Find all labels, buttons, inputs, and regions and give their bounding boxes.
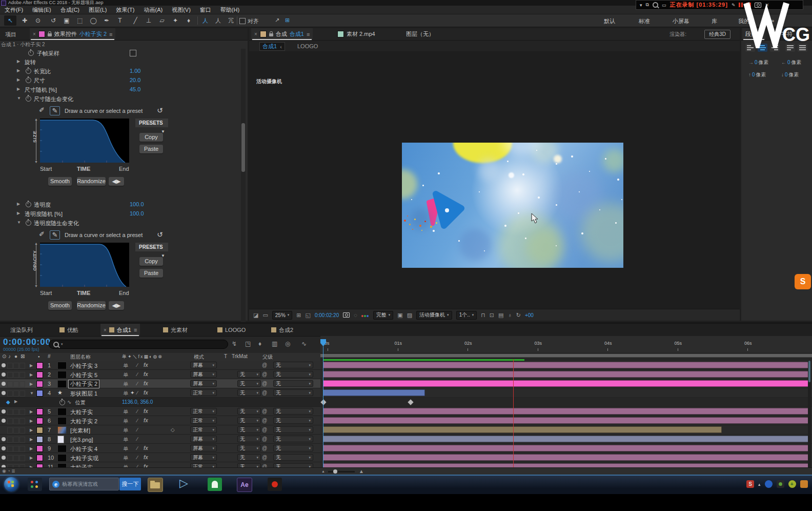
parent-select[interactable]: 无▾ — [273, 417, 313, 424]
panel-menu-icon[interactable]: ≡ — [307, 31, 310, 37]
layer-av-cell[interactable] — [7, 372, 13, 378]
tab-character[interactable]: 字符 — [778, 28, 796, 40]
layer-name[interactable]: [光素材] — [70, 427, 90, 435]
monitor-icon[interactable]: ▭ — [262, 312, 268, 319]
layer-quality-icon[interactable]: 单 — [123, 436, 128, 443]
mask-visibility-icon[interactable]: ◱ — [306, 312, 311, 319]
tray-orange-icon[interactable] — [800, 480, 808, 488]
parent-select[interactable]: 无▾ — [273, 445, 313, 451]
eraser-tool[interactable]: ▱ — [156, 15, 168, 26]
type-tool[interactable]: T — [114, 15, 126, 26]
parent-select[interactable]: 无▾ — [273, 454, 313, 461]
keyframe-diamond[interactable] — [320, 399, 326, 405]
align-right-button[interactable] — [770, 44, 780, 52]
time-ruler[interactable]: 0s01s02s03s04s05s06s07 — [320, 336, 812, 353]
layer-av-cell[interactable] — [13, 390, 19, 397]
indent-value[interactable]: 0 — [755, 60, 758, 65]
panel-menu-icon[interactable]: ≡ — [759, 31, 762, 37]
expand-arrow-icon[interactable]: ▶ — [17, 202, 20, 206]
parent-select[interactable]: 无▾ — [273, 371, 313, 378]
timeline-tab-2[interactable]: 优酷 — [56, 324, 82, 336]
local-axis-mode-icon[interactable]: 人 — [202, 17, 208, 25]
workspace-4[interactable]: 库 — [712, 17, 717, 25]
layer-expand-arrow[interactable]: ▼ — [30, 391, 34, 396]
timeline-tab-6[interactable]: 合成2 — [268, 324, 296, 336]
panel-menu-icon[interactable]: ≡ — [134, 327, 137, 333]
presets-dropdown[interactable]: PRESETS▼ — [135, 243, 168, 251]
blend-mode-select[interactable]: 正常▾ — [190, 417, 217, 424]
brush-tool[interactable]: ╱ — [129, 15, 141, 26]
indent-field[interactable]: ↓0像素 — [781, 71, 799, 78]
layer-row[interactable]: ▶2小粒子实 5单∕fx屏幕▾无▾@无▾ — [0, 370, 320, 379]
parent-select[interactable]: 无▾ — [273, 436, 313, 442]
layer-av-cell[interactable] — [13, 363, 19, 369]
menu-item[interactable]: 帮助(H) — [216, 6, 244, 14]
layer-quality-slash-icon[interactable]: ∕ — [137, 408, 138, 414]
layer-quality-slash-icon[interactable]: ∕ — [137, 371, 138, 377]
draw-brush-icon[interactable]: ✐ — [39, 230, 45, 238]
layer-quality-slash-icon[interactable]: ∕ — [137, 464, 138, 467]
layer-row[interactable]: ▶8[光3.png]单∕屏幕▾无▾@无▾ — [0, 435, 320, 444]
layer-duration-bar[interactable] — [323, 445, 809, 451]
layer-quality-slash-icon[interactable]: ∕ — [137, 381, 138, 386]
layer-expand-arrow[interactable]: ▶ — [30, 428, 33, 433]
layer-av-cell[interactable] — [7, 409, 13, 415]
layer-fx-icon[interactable]: fx — [144, 455, 148, 460]
close-tab-icon[interactable]: × — [254, 31, 257, 37]
timeline-search-input[interactable]: ▾ — [49, 340, 228, 349]
keyframe-nav-diamond[interactable]: ◆ — [6, 399, 10, 405]
layer-expand-arrow[interactable]: ▶ — [30, 437, 33, 442]
layer-label-swatch[interactable] — [36, 455, 43, 461]
layer-name[interactable]: 小粒子实 4 — [70, 445, 97, 453]
presets-dropdown[interactable]: PRESETS▼ — [135, 119, 168, 127]
trkmat-select[interactable]: 无▾ — [237, 454, 261, 461]
blend-mode-select[interactable]: 正常▾ — [190, 426, 217, 433]
justify-last-left-button[interactable] — [785, 44, 795, 52]
layer-visibility-toggle[interactable] — [2, 391, 6, 395]
layer-quality-icon[interactable]: 单 — [123, 418, 128, 425]
flowchart-icon[interactable]: ♁ — [508, 312, 512, 318]
rotation-tool[interactable]: ↺ — [47, 15, 59, 26]
layer-duration-bar[interactable] — [323, 408, 809, 415]
layer-fx-icon[interactable]: fx — [144, 408, 148, 414]
composition-preview-image[interactable] — [402, 143, 623, 268]
layer-av-cell[interactable] — [7, 363, 13, 369]
taskbar-search-box[interactable]: e 杨幂再演清宫戏 — [49, 478, 119, 490]
indent-field[interactable]: ←0像素 — [781, 59, 802, 66]
layer-label-swatch[interactable] — [36, 362, 43, 369]
menu-item[interactable]: 窗口 — [195, 6, 216, 14]
layer-av-cell[interactable] — [19, 409, 25, 415]
transparency-grid-icon[interactable]: ▨ — [407, 312, 412, 319]
frame-blend-icon[interactable]: ▥ — [272, 340, 277, 347]
menu-item[interactable]: 视图(V) — [167, 6, 195, 14]
indent-value[interactable]: 0 — [787, 60, 790, 65]
timeline-tab-3[interactable]: ×合成1≡ — [100, 324, 140, 336]
world-axis-mode-icon[interactable]: 人 — [215, 17, 221, 25]
expand-arrow-icon[interactable]: ▶ — [17, 59, 20, 64]
indent-value[interactable]: 0 — [752, 72, 755, 77]
layer-row[interactable]: ▶5大粒子实单∕fx正常▾无▾@无▾ — [0, 407, 320, 416]
property-value[interactable]: 45.0 — [130, 86, 140, 92]
layer-av-cell[interactable] — [13, 409, 19, 415]
work-area-bar[interactable] — [320, 353, 812, 358]
collapse-transforms-icon[interactable]: ✦ — [130, 390, 134, 396]
scrollbar-track[interactable] — [241, 49, 246, 339]
layer-name[interactable]: 大粒子实 2 — [70, 418, 97, 425]
draw-brush-icon[interactable]: ✐ — [39, 106, 45, 114]
taskbar-search-button[interactable]: 搜一下 — [119, 478, 141, 490]
recorder-region-icon[interactable]: ▭ — [662, 3, 666, 8]
parent-select[interactable]: 无▾ — [273, 362, 313, 368]
parent-pickwhip-icon[interactable]: @ — [262, 427, 267, 433]
tray-blue-icon[interactable] — [765, 480, 773, 488]
layer-quality-icon[interactable]: 单 — [123, 455, 128, 462]
exposure-value[interactable]: +00 — [525, 312, 534, 318]
footer-toggle-icons[interactable]: ◉ ◔ ≣ — [2, 468, 15, 474]
layer-name[interactable]: 小粒子实 2 — [68, 380, 99, 388]
blend-mode-select[interactable]: 正常▾ — [190, 463, 217, 467]
indent-field[interactable]: ↑0像素 — [748, 71, 766, 78]
recorder-taskbar-icon[interactable] — [268, 478, 282, 491]
paste-button[interactable]: Paste — [139, 145, 163, 153]
blend-mode-select[interactable]: 屏幕▾ — [190, 454, 217, 461]
layer-av-cell[interactable] — [19, 418, 25, 424]
show-channel-icon[interactable] — [361, 312, 369, 318]
